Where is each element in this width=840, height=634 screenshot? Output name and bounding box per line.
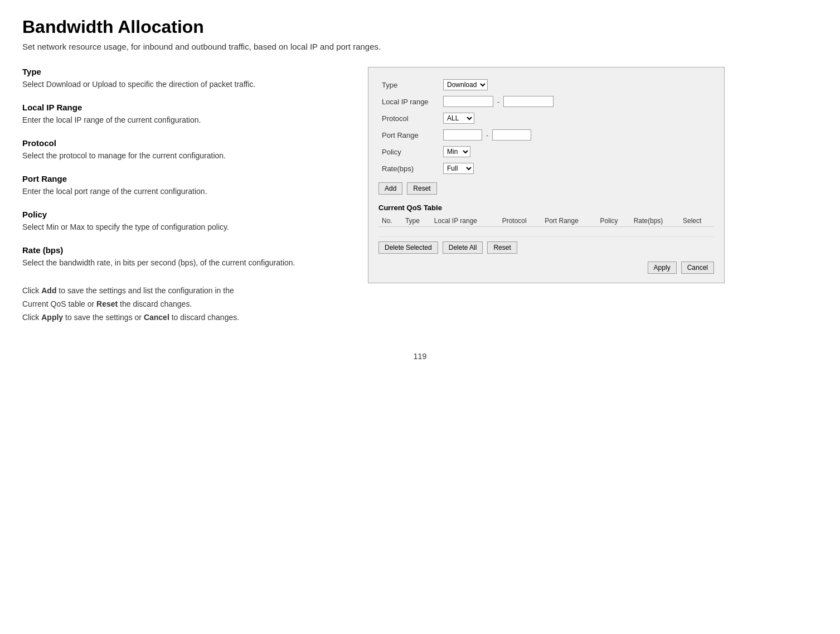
add-button[interactable]: Add [378, 182, 402, 195]
ui-panel: Type Download Upload Local IP range - [368, 67, 725, 283]
delete-all-button[interactable]: Delete All [443, 241, 483, 254]
reset-form-button[interactable]: Reset [407, 182, 436, 195]
qos-table-head: No. Type Local IP range Protocol Port Ra… [378, 215, 714, 227]
ui-panel-column: Type Download Upload Local IP range - [368, 67, 725, 283]
section-type-title: Type [22, 67, 346, 76]
section-policy-body: Select Min or Max to specify the type of… [22, 221, 346, 233]
section-policy: Policy Select Min or Max to specify the … [22, 210, 346, 233]
qos-table: No. Type Local IP range Protocol Port Ra… [378, 215, 714, 237]
section-port-range-title: Port Range [22, 174, 346, 183]
port-from-input[interactable] [443, 129, 482, 141]
delete-selected-button[interactable]: Delete Selected [378, 241, 438, 254]
col-rate: Rate(bps) [630, 215, 679, 227]
rate-select[interactable]: Full 512K 256K 128K 64K [443, 163, 474, 174]
section-local-ip-body: Enter the local IP range of the current … [22, 114, 346, 126]
port-range-row: Port Range - [378, 127, 714, 143]
section-type-body: Select Download or Upload to specific th… [22, 79, 346, 90]
section-local-ip-title: Local IP Range [22, 103, 346, 112]
page-subtitle: Set network resource usage, for inbound … [22, 42, 818, 51]
rate-label: Rate(bps) [378, 160, 440, 177]
description-column: Type Select Download or Upload to specif… [22, 67, 346, 324]
policy-row: Policy Min Max [378, 143, 714, 160]
apply-button[interactable]: Apply [648, 262, 677, 274]
protocol-label: Protocol [378, 110, 440, 127]
section-rate: Rate (bps) Select the bandwidth rate, in… [22, 245, 346, 269]
local-ip-label: Local IP range [378, 93, 440, 110]
section-rate-title: Rate (bps) [22, 245, 346, 255]
bottom-description: Click Add to save the settings and list … [22, 284, 346, 324]
col-port-range: Port Range [541, 215, 596, 227]
local-ip-to-input[interactable] [503, 96, 553, 107]
policy-label: Policy [378, 143, 440, 160]
page-number: 119 [22, 352, 818, 361]
bottom-line3: Click Apply to save the settings or Canc… [22, 311, 346, 325]
section-local-ip: Local IP Range Enter the local IP range … [22, 103, 346, 126]
type-select[interactable]: Download Upload [443, 79, 488, 90]
port-dash: - [486, 131, 488, 139]
type-label: Type [378, 76, 440, 93]
qos-action-buttons: Delete Selected Delete All Reset [378, 241, 714, 254]
port-range-label: Port Range [378, 127, 440, 143]
local-ip-row: Local IP range - [378, 93, 714, 110]
type-row: Type Download Upload [378, 76, 714, 93]
section-protocol: Protocol Select the protocol to manage f… [22, 138, 346, 162]
form-buttons: Add Reset [378, 182, 714, 195]
qos-table-label: Current QoS Table [378, 204, 714, 212]
col-protocol: Protocol [499, 215, 542, 227]
section-type: Type Select Download or Upload to specif… [22, 67, 346, 90]
protocol-row: Protocol ALL TCP UDP ICMP [378, 110, 714, 127]
section-protocol-title: Protocol [22, 138, 346, 148]
apply-cancel-row: Apply Cancel [378, 262, 714, 274]
col-no: No. [378, 215, 402, 227]
bottom-line2: Current QoS table or Reset the discard c… [22, 298, 346, 311]
col-local-ip: Local IP range [431, 215, 499, 227]
local-ip-dash: - [497, 98, 499, 106]
col-policy: Policy [597, 215, 630, 227]
policy-select[interactable]: Min Max [443, 146, 470, 157]
local-ip-from-input[interactable] [443, 96, 493, 107]
reset-qos-button[interactable]: Reset [487, 241, 517, 254]
form-table: Type Download Upload Local IP range - [378, 76, 714, 177]
col-select: Select [679, 215, 714, 227]
port-range-controls: - [443, 129, 711, 141]
section-protocol-body: Select the protocol to manage for the cu… [22, 150, 346, 162]
local-ip-controls: - [443, 96, 711, 107]
rate-row: Rate(bps) Full 512K 256K 128K 64K [378, 160, 714, 177]
section-port-range: Port Range Enter the local port range of… [22, 174, 346, 197]
page-title: Bandwidth Allocation [22, 17, 818, 37]
section-policy-title: Policy [22, 210, 346, 219]
qos-table-body [378, 227, 714, 237]
bottom-line1: Click Add to save the settings and list … [22, 284, 346, 298]
qos-empty-row [378, 227, 714, 237]
qos-header-row: No. Type Local IP range Protocol Port Ra… [378, 215, 714, 227]
section-rate-body: Select the bandwidth rate, in bits per s… [22, 257, 346, 269]
cancel-button[interactable]: Cancel [681, 262, 714, 274]
port-to-input[interactable] [492, 129, 531, 141]
section-port-range-body: Enter the local port range of the curren… [22, 186, 346, 197]
col-type: Type [402, 215, 431, 227]
protocol-select[interactable]: ALL TCP UDP ICMP [443, 113, 474, 124]
